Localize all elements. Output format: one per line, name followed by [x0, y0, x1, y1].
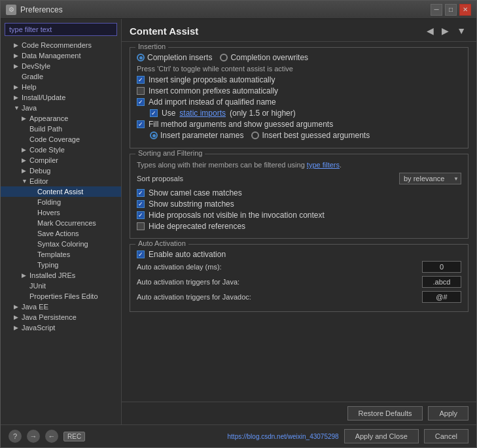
footer-left: ? → ← REC [9, 430, 85, 443]
sidebar-item-templates[interactable]: Templates [1, 249, 121, 260]
sidebar-item-save-actions[interactable]: Save Actions [1, 228, 121, 239]
insert-single-checkbox[interactable] [137, 76, 145, 84]
footer-link[interactable]: https://blog.csdn.net/weixin_43075298 [228, 433, 339, 440]
sidebar-item-java[interactable]: ▼ Java [1, 103, 121, 113]
expand-arrow: ▶ [14, 84, 22, 90]
static-imports-row[interactable]: Use static imports (only 1.5 or higher) [137, 109, 461, 118]
enable-auto-activation-row[interactable]: Enable auto activation [137, 250, 461, 259]
sidebar-item-code-recommenders[interactable]: ▶ Code Recommenders [1, 40, 121, 50]
sort-select[interactable]: by relevance alphabetically [399, 173, 461, 184]
insert-common-row[interactable]: Insert common prefixes automatically [137, 86, 461, 95]
auto-activation-section: Auto Activation Enable auto activation A… [130, 244, 468, 312]
sidebar-item-gradle[interactable]: Gradle [1, 71, 121, 82]
static-imports-checkbox[interactable] [150, 109, 158, 117]
fill-method-row[interactable]: Fill method arguments and show guessed a… [137, 120, 461, 129]
enable-auto-activation-checkbox[interactable] [137, 250, 145, 258]
forward-button[interactable]: ▶ [439, 24, 451, 37]
hide-not-visible-checkbox[interactable] [137, 211, 145, 219]
substring-row[interactable]: Show substring matches [137, 199, 461, 209]
insert-best-radio[interactable] [251, 131, 259, 139]
sidebar-item-label: DevStyle [22, 62, 121, 70]
sidebar-item-label: Gradle [22, 73, 121, 80]
completion-inserts-option[interactable]: Completion inserts [137, 53, 212, 62]
sidebar-item-syntax-coloring[interactable]: Syntax Coloring [1, 239, 121, 249]
camel-case-checkbox[interactable] [137, 189, 145, 197]
insert-param-option[interactable]: Insert parameter names [150, 131, 243, 140]
toggle-hint: Press 'Ctrl' to toggle while content ass… [137, 65, 461, 73]
insertion-section-label: Insertion [135, 43, 168, 50]
sidebar-item-appearance[interactable]: ▶ Appearance [1, 113, 121, 124]
sidebar-item-java-persistence[interactable]: ▶ Java Persistence [1, 312, 121, 322]
sidebar-item-install-update[interactable]: ▶ Install/Update [1, 92, 121, 103]
sidebar-item-label: Code Coverage [29, 135, 121, 143]
hide-not-visible-row[interactable]: Hide proposals not visible in the invoca… [137, 211, 461, 220]
completion-overwrites-option[interactable]: Completion overwrites [220, 53, 308, 62]
delay-input[interactable] [422, 261, 461, 273]
completion-overwrites-label: Completion overwrites [230, 53, 308, 62]
cancel-button[interactable]: Cancel [424, 429, 468, 443]
sidebar-item-label: Hovers [37, 209, 121, 216]
add-import-checkbox[interactable] [137, 98, 145, 106]
sidebar-item-editor[interactable]: ▼ Editor [1, 176, 121, 186]
sidebar-item-folding[interactable]: Folding [1, 197, 121, 207]
java-triggers-input[interactable] [422, 276, 461, 288]
sidebar-item-devstyle[interactable]: ▶ DevStyle [1, 61, 121, 71]
nav-dropdown-button[interactable]: ▼ [454, 24, 468, 37]
insert-common-checkbox[interactable] [137, 87, 145, 95]
sidebar-item-label: Compiler [29, 156, 121, 164]
sidebar-item-label: Java [22, 104, 121, 112]
restore-defaults-button[interactable]: Restore Defaults [347, 406, 423, 421]
arrow-right-icon[interactable]: → [27, 430, 40, 443]
hide-deprecated-checkbox[interactable] [137, 222, 145, 230]
content-panel: Content Assist ◀ ▶ ▼ Insertion Completio… [122, 19, 476, 424]
completion-overwrites-radio[interactable] [220, 54, 228, 61]
sidebar-item-debug[interactable]: ▶ Debug [1, 165, 121, 176]
sorting-description: Types along with their members can be fi… [137, 161, 461, 169]
sidebar-item-code-style[interactable]: ▶ Code Style [1, 145, 121, 155]
sidebar-item-data-management[interactable]: ▶ Data Management [1, 50, 121, 61]
apply-and-close-button[interactable]: Apply and Close [344, 429, 419, 443]
sidebar-item-java-ee[interactable]: ▶ Java EE [1, 302, 121, 312]
javadoc-triggers-input[interactable] [422, 291, 461, 303]
sidebar-item-typing[interactable]: Typing [1, 260, 121, 270]
minimize-button[interactable]: ─ [431, 4, 442, 16]
add-import-row[interactable]: Add import instead of qualified name [137, 97, 461, 107]
sidebar-item-content-assist[interactable]: Content Assist [1, 186, 121, 197]
insert-best-option[interactable]: Insert best guessed arguments [251, 131, 370, 140]
rec-badge: REC [63, 432, 85, 441]
hide-deprecated-row[interactable]: Hide deprecated references [137, 222, 461, 231]
expand-arrow: ▶ [14, 324, 22, 331]
preferences-window: ⚙ Preferences ─ □ ✕ ▶ Code Recommenders … [0, 0, 477, 448]
sidebar-item-mark-occurrences[interactable]: Mark Occurrences [1, 218, 121, 228]
sidebar-item-installed-jres[interactable]: ▶ Installed JREs [1, 270, 121, 281]
sidebar-item-build-path[interactable]: Build Path [1, 124, 121, 134]
back-button[interactable]: ◀ [424, 24, 436, 37]
sidebar-item-label: Install/Update [22, 94, 121, 101]
close-button[interactable]: ✕ [459, 4, 471, 16]
sidebar-item-hovers[interactable]: Hovers [1, 207, 121, 218]
search-input[interactable] [5, 23, 117, 36]
sidebar-item-code-coverage[interactable]: Code Coverage [1, 134, 121, 145]
sort-proposals-row: Sort proposals by relevance alphabetical… [137, 173, 461, 184]
help-icon[interactable]: ? [9, 430, 22, 443]
sorting-desc-prefix: Types along with their members can be fi… [137, 161, 307, 169]
maximize-button[interactable]: □ [445, 4, 457, 16]
camel-case-label: Show camel case matches [149, 188, 242, 198]
fill-method-label: Fill method arguments and show guessed a… [149, 120, 333, 129]
type-filters-link[interactable]: type filters [307, 161, 340, 169]
sidebar-item-help[interactable]: ▶ Help [1, 82, 121, 92]
fill-method-checkbox[interactable] [137, 120, 145, 128]
completion-inserts-radio[interactable] [137, 54, 145, 61]
camel-case-row[interactable]: Show camel case matches [137, 188, 461, 198]
static-imports-link[interactable]: static imports [179, 109, 226, 118]
sidebar-item-junit[interactable]: JUnit [1, 281, 121, 291]
sidebar-item-label: Typing [37, 261, 121, 269]
substring-checkbox[interactable] [137, 200, 145, 208]
insert-param-radio[interactable] [150, 131, 158, 139]
sidebar-item-properties-files-editor[interactable]: Properties Files Edito [1, 291, 121, 302]
sidebar-item-compiler[interactable]: ▶ Compiler [1, 155, 121, 165]
sidebar-item-javascript[interactable]: ▶ JavaScript [1, 322, 121, 333]
apply-button[interactable]: Apply [428, 406, 468, 421]
arrow-left-icon[interactable]: ← [45, 430, 58, 443]
insert-single-row[interactable]: Insert single proposals automatically [137, 75, 461, 84]
